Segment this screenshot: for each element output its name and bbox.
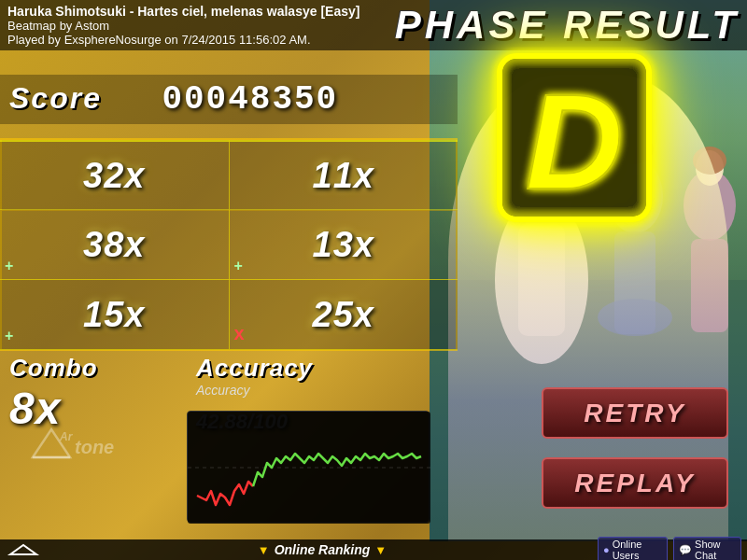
plus-icon-2-right: +: [234, 258, 243, 274]
x-icon-3-right: x: [234, 323, 245, 344]
grade-display: D: [486, 47, 663, 233]
stats-table: 32x 11x + 38x + 13x + 15x x 25x: [0, 140, 458, 350]
online-ranking-arrow-left: ▼: [258, 543, 270, 557]
retry-label: RETRY: [584, 399, 685, 428]
score-label: Score: [9, 81, 102, 115]
footer: ▼ Online Ranking ▼ ● Online Users 💬 Show…: [0, 539, 747, 560]
plus-icon-3-left: +: [5, 328, 13, 344]
retry-button[interactable]: RETRY: [542, 387, 728, 439]
svg-point-12: [684, 170, 736, 241]
plus-icon-2-left: +: [5, 258, 13, 274]
replay-button[interactable]: REPLAY: [542, 457, 728, 509]
svg-text:D: D: [526, 66, 624, 217]
online-users-button[interactable]: ● Online Users: [598, 537, 668, 560]
stat-cell-1-left: 32x: [0, 142, 230, 209]
stat-value-1-left: 32x: [83, 156, 145, 196]
stat-cell-2-right: + 13x: [230, 210, 458, 279]
score-section: Score 00048350: [0, 75, 458, 124]
svg-point-14: [693, 147, 726, 175]
svg-rect-10: [614, 231, 655, 334]
stat-value-1-right: 11x: [313, 156, 374, 196]
online-ranking-text: Online Ranking: [275, 542, 371, 557]
footer-left: [0, 541, 47, 558]
svg-point-11: [598, 299, 672, 336]
stat-cell-1-right: 11x: [230, 142, 458, 209]
show-chat-button[interactable]: 💬 Show Chat: [673, 537, 741, 560]
score-value: 00048350: [162, 80, 338, 119]
song-info: Haruka Shimotsuki - Hartes ciel, melenas…: [7, 4, 359, 47]
online-ranking-arrow-right: ▼: [374, 543, 387, 557]
artone-logo: tone Ar: [28, 420, 140, 473]
beatmap-by: Beatmap by Astom: [7, 19, 359, 33]
stats-row-2: + 38x + 13x: [0, 210, 458, 280]
stats-row-3: + 15x x 25x: [0, 280, 458, 350]
song-title: Haruka Shimotsuki - Hartes ciel, melenas…: [7, 4, 359, 19]
stat-cell-3-right: x 25x: [230, 280, 458, 349]
header: Haruka Shimotsuki - Hartes ciel, melenas…: [0, 0, 747, 50]
stat-value-2-right: 13x: [313, 225, 374, 265]
online-ranking-section[interactable]: ▼ Online Ranking ▼: [47, 542, 598, 557]
combo-label: Combo: [0, 350, 187, 383]
svg-rect-6: [518, 224, 565, 336]
stat-cell-2-left: + 38x: [0, 210, 230, 279]
played-by: Played by ExsphereNosurge on 7/24/2015 1…: [7, 33, 359, 47]
stats-row-1: 32x 11x: [0, 140, 458, 210]
stat-value-3-left: 15x: [83, 295, 145, 335]
stat-cell-3-left: + 15x: [0, 280, 230, 349]
accuracy-chart: [187, 411, 430, 523]
online-users-text: Online Users: [613, 539, 662, 560]
svg-marker-24: [10, 545, 36, 554]
show-chat-text: Show Chat: [695, 539, 736, 560]
svg-text:tone: tone: [75, 437, 114, 457]
svg-rect-15: [691, 239, 728, 332]
accuracy-label: Accuracy: [187, 350, 458, 383]
accuracy-chart-label: Accuracy: [187, 383, 458, 398]
footer-right: ● Online Users 💬 Show Chat: [598, 537, 747, 560]
stat-value-2-left: 38x: [83, 225, 145, 265]
phase-result-title: PHASE RESULT: [395, 4, 740, 45]
replay-label: REPLAY: [574, 469, 696, 498]
svg-text:Ar: Ar: [59, 430, 74, 443]
stat-value-3-right: 25x: [313, 295, 374, 335]
